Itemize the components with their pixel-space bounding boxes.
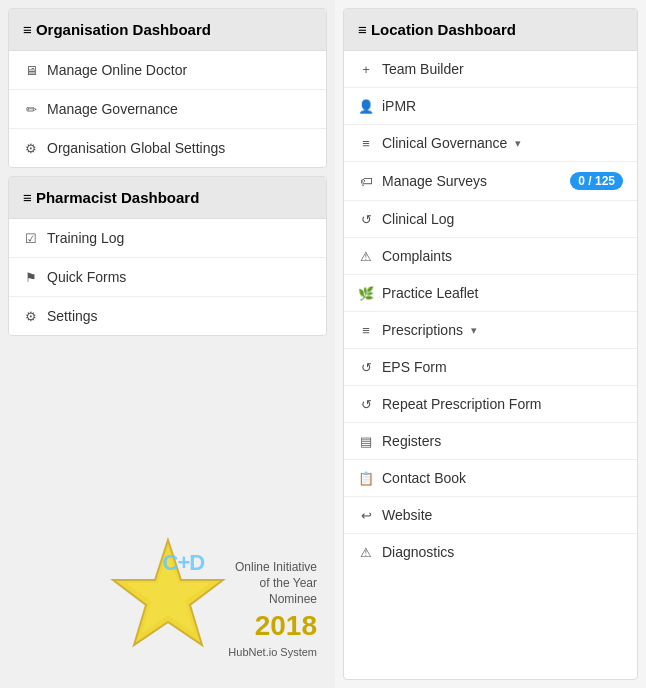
pharm-item-label-2: Settings (47, 308, 98, 324)
right-item-icon-13: ⚠ (358, 545, 374, 560)
right-item-6[interactable]: 🌿 Practice Leaflet (344, 275, 637, 312)
right-item-8[interactable]: ↺ EPS Form (344, 349, 637, 386)
right-items-list: + Team Builder👤 iPMR≡ Clinical Governanc… (344, 51, 637, 570)
right-item-icon-6: 🌿 (358, 286, 374, 301)
location-dashboard-header[interactable]: ≡ Location Dashboard (344, 9, 637, 51)
left-panel: ≡ Organisation Dashboard 🖥 Manage Online… (0, 0, 335, 688)
right-item-label-9: Repeat Prescription Form (382, 396, 542, 412)
pharm-item-2[interactable]: ⚙ Settings (9, 297, 326, 335)
right-item-icon-3: 🏷 (358, 174, 374, 189)
right-item-label-2: Clinical Governance (382, 135, 507, 151)
right-item-label-11: Contact Book (382, 470, 466, 486)
org-item-1[interactable]: ✏ Manage Governance (9, 90, 326, 129)
pharm-item-0[interactable]: ☑ Training Log (9, 219, 326, 258)
org-dashboard-header[interactable]: ≡ Organisation Dashboard (9, 9, 326, 51)
dropdown-arrow-2: ▾ (515, 137, 521, 150)
award-year: 2018 (228, 607, 317, 645)
right-item-icon-1: 👤 (358, 99, 374, 114)
cd-overlay-text: C+D (163, 550, 205, 576)
right-item-icon-5: ⚠ (358, 249, 374, 264)
pharm-item-icon-0: ☑ (23, 231, 39, 246)
right-item-11[interactable]: 📋 Contact Book (344, 460, 637, 497)
right-item-7[interactable]: ≡ Prescriptions▾ (344, 312, 637, 349)
right-item-label-8: EPS Form (382, 359, 447, 375)
org-items-list: 🖥 Manage Online Doctor✏ Manage Governanc… (9, 51, 326, 167)
right-item-label-0: Team Builder (382, 61, 464, 77)
location-dashboard-title: ≡ Location Dashboard (358, 21, 516, 38)
org-item-label-2: Organisation Global Settings (47, 140, 225, 156)
right-item-label-3: Manage Surveys (382, 173, 487, 189)
right-item-label-5: Complaints (382, 248, 452, 264)
location-dashboard-card: ≡ Location Dashboard + Team Builder👤 iPM… (343, 8, 638, 680)
org-dashboard-title: ≡ Organisation Dashboard (23, 21, 211, 38)
right-item-icon-2: ≡ (358, 136, 374, 151)
award-hubnet: HubNet.io System (228, 645, 317, 660)
right-item-label-4: Clinical Log (382, 211, 454, 227)
right-item-icon-0: + (358, 62, 374, 77)
pharm-item-icon-1: ⚑ (23, 270, 39, 285)
dropdown-arrow-7: ▾ (471, 324, 477, 337)
right-item-icon-4: ↺ (358, 212, 374, 227)
pharm-item-label-0: Training Log (47, 230, 124, 246)
badge-3: 0 / 125 (570, 172, 623, 190)
pharmacist-dashboard-card: ≡ Pharmacist Dashboard ☑ Training Log⚑ Q… (8, 176, 327, 336)
award-star: C+D (103, 535, 233, 665)
right-item-10[interactable]: ▤ Registers (344, 423, 637, 460)
pharm-item-icon-2: ⚙ (23, 309, 39, 324)
pharm-item-label-1: Quick Forms (47, 269, 126, 285)
org-item-icon-1: ✏ (23, 102, 39, 117)
org-dashboard-card: ≡ Organisation Dashboard 🖥 Manage Online… (8, 8, 327, 168)
right-item-icon-12: ↩ (358, 508, 374, 523)
right-item-5[interactable]: ⚠ Complaints (344, 238, 637, 275)
right-item-label-7: Prescriptions (382, 322, 463, 338)
right-item-label-13: Diagnostics (382, 544, 454, 560)
pharmacist-dashboard-header[interactable]: ≡ Pharmacist Dashboard (9, 177, 326, 219)
org-item-label-0: Manage Online Doctor (47, 62, 187, 78)
org-item-icon-0: 🖥 (23, 63, 39, 78)
org-item-icon-2: ⚙ (23, 141, 39, 156)
right-item-icon-9: ↺ (358, 397, 374, 412)
right-panel: ≡ Location Dashboard + Team Builder👤 iPM… (335, 0, 646, 688)
org-item-2[interactable]: ⚙ Organisation Global Settings (9, 129, 326, 167)
pharm-item-1[interactable]: ⚑ Quick Forms (9, 258, 326, 297)
right-item-label-12: Website (382, 507, 432, 523)
award-line2: of the Year (228, 575, 317, 591)
right-item-13[interactable]: ⚠ Diagnostics (344, 534, 637, 570)
right-item-3[interactable]: 🏷 Manage Surveys0 / 125 (344, 162, 637, 201)
right-item-icon-11: 📋 (358, 471, 374, 486)
right-item-9[interactable]: ↺ Repeat Prescription Form (344, 386, 637, 423)
right-item-label-10: Registers (382, 433, 441, 449)
award-line1: Online Initiative (228, 559, 317, 575)
right-item-0[interactable]: + Team Builder (344, 51, 637, 88)
right-item-icon-8: ↺ (358, 360, 374, 375)
right-item-icon-7: ≡ (358, 323, 374, 338)
pharmacist-dashboard-title: ≡ Pharmacist Dashboard (23, 189, 199, 206)
right-item-2[interactable]: ≡ Clinical Governance▾ (344, 125, 637, 162)
right-item-label-6: Practice Leaflet (382, 285, 479, 301)
org-item-label-1: Manage Governance (47, 101, 178, 117)
right-item-12[interactable]: ↩ Website (344, 497, 637, 534)
org-item-0[interactable]: 🖥 Manage Online Doctor (9, 51, 326, 90)
right-item-icon-10: ▤ (358, 434, 374, 449)
pharm-items-list: ☑ Training Log⚑ Quick Forms⚙ Settings (9, 219, 326, 335)
right-item-label-1: iPMR (382, 98, 416, 114)
award-line3: Nominee (228, 591, 317, 607)
award-section: C+D Online Initiative of the Year Nomine… (8, 520, 327, 680)
award-text-block: Online Initiative of the Year Nominee 20… (228, 559, 317, 660)
right-item-1[interactable]: 👤 iPMR (344, 88, 637, 125)
right-item-4[interactable]: ↺ Clinical Log (344, 201, 637, 238)
